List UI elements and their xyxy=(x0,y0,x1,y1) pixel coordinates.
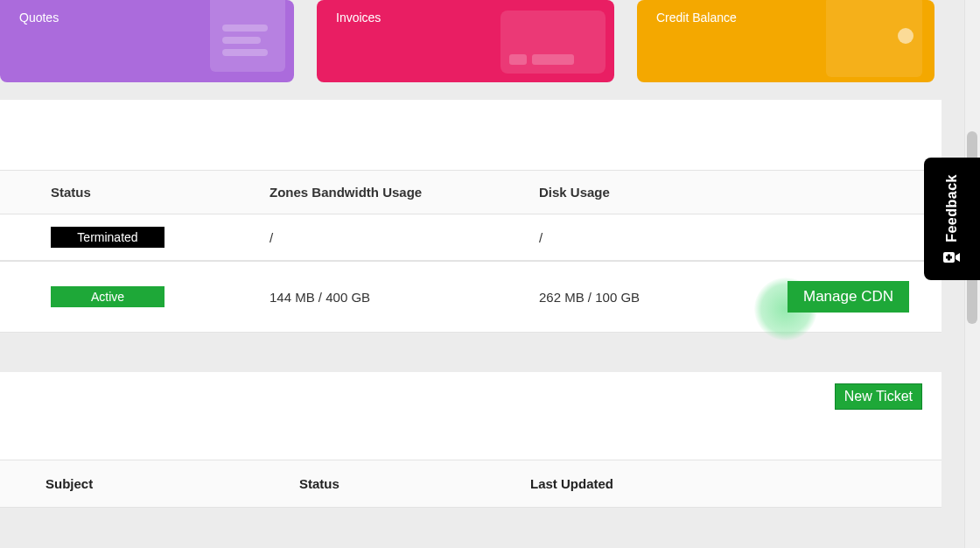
wallet-icon xyxy=(826,0,922,77)
summary-cards-row: Quotes Invoices Credit Balance xyxy=(0,0,942,84)
quotes-card-label: Quotes xyxy=(19,11,59,25)
invoices-card-label: Invoices xyxy=(336,11,381,25)
table-row: Terminated / / xyxy=(0,214,942,261)
col-header-status: Status xyxy=(299,476,530,491)
invoices-card[interactable]: Invoices xyxy=(317,0,614,82)
disk-value: 262 MB / 100 GB xyxy=(539,290,784,305)
disk-value: / xyxy=(539,230,784,245)
new-ticket-button[interactable]: New Ticket xyxy=(835,383,922,410)
table-row: Active 144 MB / 400 GB 262 MB / 100 GB M… xyxy=(0,261,942,333)
document-icon xyxy=(210,0,285,72)
usage-panel: Status Zones Bandwidth Usage Disk Usage … xyxy=(0,100,942,333)
col-header-disk: Disk Usage xyxy=(539,185,784,200)
feedback-tab[interactable]: Feedback xyxy=(924,158,980,280)
tickets-panel: Subject Status Last Updated xyxy=(0,372,942,525)
video-plus-icon xyxy=(943,251,961,263)
col-header-zones: Zones Bandwidth Usage xyxy=(270,185,539,200)
credit-balance-card-label: Credit Balance xyxy=(656,11,737,25)
zones-value: / xyxy=(270,230,539,245)
quotes-card[interactable]: Quotes xyxy=(0,0,294,82)
zones-value: 144 MB / 400 GB xyxy=(270,290,539,305)
status-badge-active: Active xyxy=(51,286,164,307)
status-badge-terminated: Terminated xyxy=(51,227,164,248)
credit-balance-card[interactable]: Credit Balance xyxy=(637,0,934,82)
col-header-subject: Subject xyxy=(46,476,299,491)
col-header-status: Status xyxy=(51,185,270,200)
manage-cdn-button[interactable]: Manage CDN xyxy=(788,281,909,313)
tickets-table-header: Subject Status Last Updated xyxy=(0,460,942,508)
usage-table-header: Status Zones Bandwidth Usage Disk Usage xyxy=(0,170,942,214)
credit-card-icon xyxy=(500,11,606,74)
feedback-label: Feedback xyxy=(944,174,960,242)
col-header-last-updated: Last Updated xyxy=(530,476,942,491)
svg-rect-2 xyxy=(946,256,952,258)
